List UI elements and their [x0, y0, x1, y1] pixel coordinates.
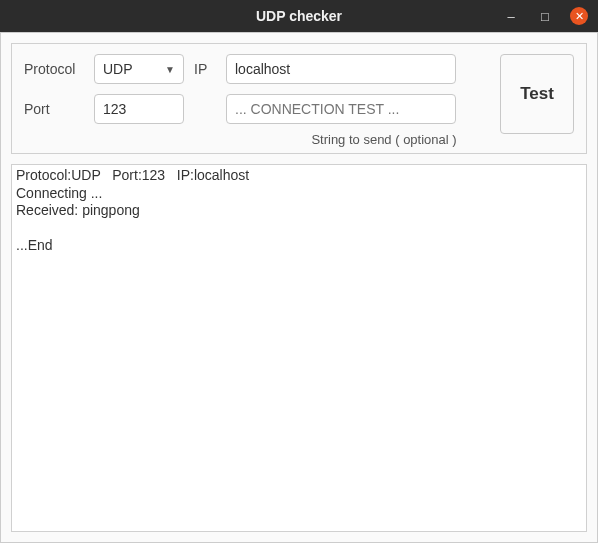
ip-field[interactable] [226, 54, 456, 84]
port-label: Port [24, 101, 84, 117]
window-title: UDP checker [256, 8, 342, 24]
titlebar: UDP checker – □ ✕ [0, 0, 598, 32]
send-string-hint: String to send ( optional ) [194, 132, 574, 147]
chevron-down-icon: ▼ [165, 64, 175, 75]
maximize-icon[interactable]: □ [536, 7, 554, 25]
test-button[interactable]: Test [500, 54, 574, 134]
close-icon[interactable]: ✕ [570, 7, 588, 25]
output-panel: Protocol:UDP Port:123 IP:localhost Conne… [11, 164, 587, 532]
protocol-select[interactable]: UDP ▼ [94, 54, 184, 84]
connection-panel: Protocol UDP ▼ IP Port Test [11, 43, 587, 154]
output-text: Protocol:UDP Port:123 IP:localhost Conne… [12, 165, 586, 257]
port-field[interactable] [94, 94, 184, 124]
ip-label: IP [194, 61, 216, 77]
minimize-icon[interactable]: – [502, 7, 520, 25]
window-controls: – □ ✕ [502, 7, 588, 25]
protocol-value: UDP [103, 61, 133, 77]
send-string-field[interactable] [226, 94, 456, 124]
window-body: Protocol UDP ▼ IP Port Test [0, 32, 598, 543]
protocol-label: Protocol [24, 61, 84, 77]
